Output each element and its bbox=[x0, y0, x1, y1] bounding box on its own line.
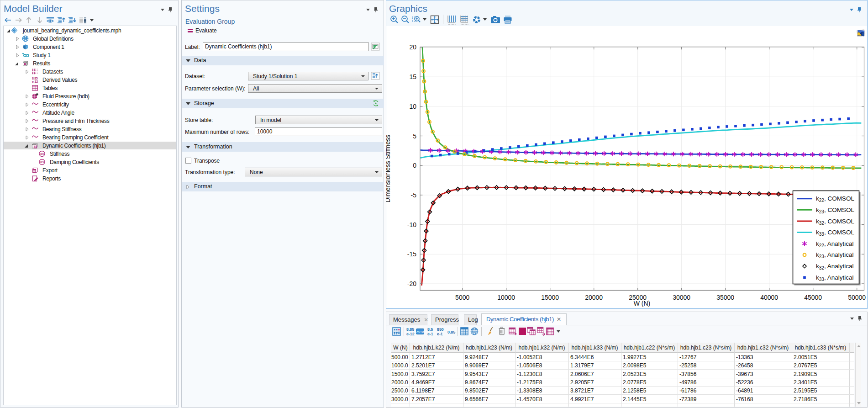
svg-text:-20: -20 bbox=[407, 280, 416, 287]
svg-text:5000: 5000 bbox=[455, 294, 469, 301]
svg-text:e-12: e-12 bbox=[32, 80, 38, 83]
svg-text:20: 20 bbox=[409, 43, 416, 51]
svg-text:8.5: 8.5 bbox=[40, 161, 44, 164]
svg-text:50000: 50000 bbox=[848, 294, 866, 301]
svg-text:20000: 20000 bbox=[585, 294, 603, 301]
svg-text:30000: 30000 bbox=[673, 294, 690, 301]
svg-text:0: 0 bbox=[413, 162, 416, 169]
svg-text:15000: 15000 bbox=[541, 294, 559, 301]
svg-text:123: 123 bbox=[33, 170, 35, 172]
svg-text:-15: -15 bbox=[407, 250, 416, 258]
svg-text:-5: -5 bbox=[411, 191, 417, 199]
svg-text:AUTO: AUTO bbox=[416, 330, 424, 333]
svg-text:15: 15 bbox=[409, 73, 416, 80]
svg-text:e-1: e-1 bbox=[427, 332, 433, 336]
svg-text:40000: 40000 bbox=[760, 294, 778, 301]
svg-text:8.5: 8.5 bbox=[427, 327, 433, 332]
svg-text:5: 5 bbox=[413, 132, 416, 140]
svg-text:45000: 45000 bbox=[804, 294, 822, 301]
svg-text:35000: 35000 bbox=[716, 294, 734, 301]
svg-text:W (N): W (N) bbox=[634, 300, 651, 307]
svg-text:0.85: 0.85 bbox=[447, 330, 455, 334]
svg-text:8.85: 8.85 bbox=[32, 77, 38, 80]
svg-text:850: 850 bbox=[437, 327, 444, 332]
svg-text:10000: 10000 bbox=[497, 294, 515, 301]
svg-text:-10: -10 bbox=[407, 221, 416, 228]
svg-text:Dimensionless Stiffness: Dimensionless Stiffness bbox=[386, 135, 391, 202]
svg-text:10: 10 bbox=[409, 103, 416, 110]
svg-text:e-12: e-12 bbox=[406, 332, 415, 336]
svg-text:8.85: 8.85 bbox=[406, 327, 414, 332]
svg-text:8.5: 8.5 bbox=[40, 153, 44, 155]
svg-text:81: 81 bbox=[34, 145, 37, 148]
svg-text:e-1: e-1 bbox=[437, 332, 443, 336]
